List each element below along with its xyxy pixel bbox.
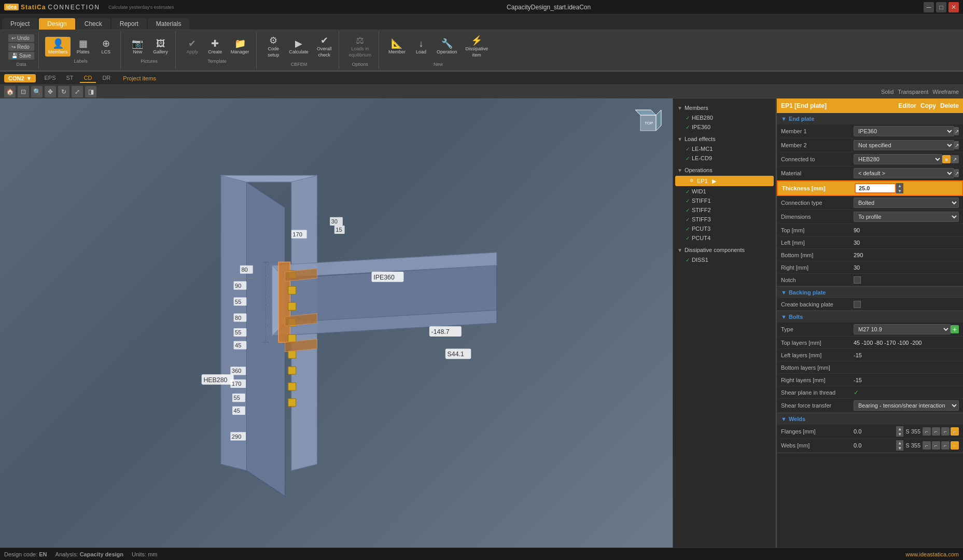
view-wireframe[interactable]: Wireframe: [932, 89, 959, 95]
flange-weld-type1[interactable]: ⌐: [923, 427, 931, 436]
tab-cd[interactable]: CD: [80, 74, 96, 83]
flanges-up-btn[interactable]: ▲: [896, 426, 903, 431]
tab-report[interactable]: Report: [111, 18, 147, 30]
backing-plate-header[interactable]: ▼ Backing plate: [777, 287, 963, 298]
connected-to-select[interactable]: HEB280: [854, 154, 942, 164]
bolts-section-header[interactable]: ▼ Bolts: [777, 311, 963, 323]
lcs-button[interactable]: ⊕ LCS: [95, 37, 116, 57]
connected-color-icon[interactable]: ■: [942, 155, 951, 163]
tab-design[interactable]: Design: [39, 18, 75, 30]
gallery-button[interactable]: 🖼 Gallery: [150, 37, 171, 57]
tree-group-diss-header[interactable]: ▼ Dissipative components: [673, 245, 776, 255]
viewport[interactable]: TOP: [0, 99, 673, 548]
member1-nav-icon[interactable]: ↗: [954, 127, 959, 135]
rotate-button[interactable]: ↻: [58, 86, 69, 97]
title-controls[interactable]: ─ □ ✕: [924, 2, 959, 12]
member1-select[interactable]: IPE360: [854, 126, 954, 136]
tab-dr[interactable]: DR: [98, 74, 115, 83]
manager-button[interactable]: 📁 Manager: [228, 37, 253, 57]
material-nav-icon[interactable]: ↗: [954, 169, 959, 177]
load-button[interactable]: ↓ Load: [411, 37, 431, 57]
create-backing-checkbox[interactable]: [854, 301, 861, 308]
tree-item-ep1[interactable]: ⚙ EP1 ▶: [675, 176, 774, 186]
webs-down-btn[interactable]: ▼: [896, 445, 903, 451]
copy-action[interactable]: Copy: [920, 102, 936, 109]
flange-weld-type3[interactable]: ⌐: [941, 427, 950, 436]
flange-weld-type2[interactable]: ⌐: [932, 427, 940, 436]
end-plate-section-header[interactable]: ▼ End plate: [777, 113, 963, 124]
section-button[interactable]: ◨: [85, 86, 96, 97]
flanges-down-btn[interactable]: ▼: [896, 431, 903, 437]
bolt-type-select[interactable]: M27 10.9: [854, 324, 951, 334]
web-weld-type4[interactable]: ⌐: [951, 441, 959, 450]
member-button[interactable]: 📐 Member: [385, 37, 409, 57]
tree-group-ops-header[interactable]: ▼ Operations: [673, 165, 776, 175]
save-button[interactable]: 💾 Save: [8, 52, 34, 60]
bolt-type-add-btn[interactable]: +: [951, 325, 959, 333]
member2-select[interactable]: Not specified: [854, 140, 954, 150]
tab-eps[interactable]: EPS: [40, 74, 60, 83]
tab-materials[interactable]: Materials: [148, 18, 190, 30]
delete-action[interactable]: Delete: [940, 102, 959, 109]
connection-type-select[interactable]: Bolted: [854, 198, 959, 208]
welds-section-header[interactable]: ▼ Welds: [777, 413, 963, 425]
zoom-fit-button[interactable]: ⊡: [18, 86, 29, 97]
connected-nav-icon[interactable]: ↗: [951, 155, 959, 163]
fit-view-button[interactable]: ⤢: [72, 86, 83, 97]
operation-button[interactable]: 🔧 Operation: [434, 37, 460, 57]
create-button[interactable]: ✚ Create: [205, 37, 226, 57]
code-setup-button[interactable]: ⚙ Code setup: [263, 34, 284, 60]
tree-group-load-header[interactable]: ▼ Load effects: [673, 134, 776, 144]
tree-item-wid1[interactable]: ✓ WID1: [673, 187, 776, 196]
thickness-up-btn[interactable]: ▲: [896, 183, 903, 188]
dissipative-button[interactable]: ⚡ Dissipative item: [462, 34, 491, 60]
shear-force-select[interactable]: Bearing - tension/shear interaction: [854, 400, 959, 411]
tree-item-ipe360[interactable]: ✓ IPE360: [673, 122, 776, 132]
tree-item-stiff1[interactable]: ✓ STIFF1: [673, 196, 776, 205]
close-button[interactable]: ✕: [948, 2, 959, 12]
web-weld-type3[interactable]: ⌐: [941, 441, 950, 450]
redo-button[interactable]: ↪ Redo: [8, 43, 34, 51]
zoom-button[interactable]: 🔍: [31, 86, 43, 97]
connection-selector[interactable]: CON2 ▼: [4, 74, 36, 82]
webs-up-btn[interactable]: ▲: [896, 440, 903, 445]
tree-item-diss1[interactable]: ✓ DISS1: [673, 255, 776, 264]
tab-project[interactable]: Project: [2, 18, 38, 30]
view-transparent[interactable]: Transparent: [898, 89, 928, 95]
tab-st[interactable]: ST: [62, 74, 77, 83]
new-section-label: New: [434, 62, 443, 67]
view-solid[interactable]: Solid: [881, 89, 894, 95]
members-button[interactable]: 👤 Members: [45, 37, 71, 57]
tree-item-stiff3[interactable]: ✓ STIFF3: [673, 215, 776, 224]
toolbar-section-data: ↩ Undo ↪ Redo 💾 Save Data: [4, 32, 39, 69]
flange-weld-type4[interactable]: ⌐: [951, 427, 959, 436]
member2-nav-icon[interactable]: ↗: [954, 141, 959, 149]
material-select[interactable]: < default >: [854, 168, 954, 178]
tree-item-pcut4[interactable]: ✓ PCUT4: [673, 233, 776, 243]
thickness-down-btn[interactable]: ▼: [896, 188, 903, 193]
tree-item-stiff2[interactable]: ✓ STIFF2: [673, 205, 776, 215]
web-weld-type1[interactable]: ⌐: [923, 441, 931, 450]
minimize-button[interactable]: ─: [924, 2, 934, 12]
editor-action[interactable]: Editor: [898, 102, 916, 109]
tree-item-heb280[interactable]: ✓ HEB280: [673, 113, 776, 122]
maximize-button[interactable]: □: [936, 2, 946, 12]
plates-button[interactable]: ▦ Plates: [73, 37, 93, 57]
undo-button[interactable]: ↩ Undo: [8, 34, 34, 42]
dimensions-select[interactable]: To profile: [854, 212, 959, 222]
notch-checkbox[interactable]: [854, 276, 861, 284]
tree-item-pcut3[interactable]: ✓ PCUT3: [673, 224, 776, 233]
new-picture-button[interactable]: 📷 New: [127, 37, 148, 57]
tree-group-members-header[interactable]: ▼ Members: [673, 103, 776, 113]
web-weld-type2[interactable]: ⌐: [932, 441, 940, 450]
calculate-button[interactable]: ▶ Calculate: [286, 37, 312, 57]
pan-button[interactable]: ✥: [45, 86, 56, 97]
tree-item-le-cd9[interactable]: ✓ LE-CD9: [673, 153, 776, 163]
home-button[interactable]: 🏠: [4, 86, 16, 97]
thickness-input[interactable]: [855, 183, 896, 193]
overall-check-button[interactable]: ✔ Overall check: [314, 34, 335, 60]
apply-button[interactable]: ✔ Apply: [182, 37, 203, 57]
tab-check[interactable]: Check: [76, 18, 110, 30]
loads-equilibrium-button[interactable]: ⚖ Loads in equilibrium: [345, 34, 374, 60]
tree-item-le-mc1[interactable]: ✓ LE-MC1: [673, 144, 776, 153]
